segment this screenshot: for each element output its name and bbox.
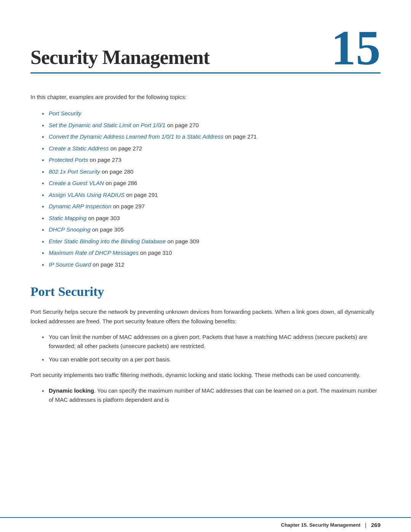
page-ref: on page 309 [166, 238, 199, 244]
section-heading-port-security: Port Security [30, 284, 381, 299]
list-item: IP Source Guard on page 312 [42, 260, 381, 270]
content-area: In this chapter, examples are provided f… [0, 73, 411, 405]
list-item: Assign VLANs Using RADIUS on page 291 [42, 190, 381, 200]
port-security-benefits-list: You can limit the number of MAC addresse… [42, 332, 381, 364]
chapter-title: Security Management [30, 46, 210, 69]
port-security-methods-intro: Port security implements two traffic fil… [30, 371, 381, 380]
page-ref: on page 271 [223, 133, 257, 140]
list-item: Maximum Rate of DHCP Messages on page 31… [42, 248, 381, 258]
toc-link-port-security[interactable]: Port Security [49, 110, 81, 117]
port-security-methods-list: Dynamic locking. You can specify the max… [42, 386, 381, 405]
page-ref: on page 305 [91, 226, 124, 233]
page-ref: on page 291 [124, 192, 158, 198]
page-ref: on page 310 [139, 249, 172, 256]
toc-link-protected-ports[interactable]: Protected Ports [49, 157, 88, 163]
list-item: Convert the Dynamic Address Learned from… [42, 132, 381, 142]
toc-link-static-mapping[interactable]: Static Mapping [49, 215, 86, 221]
intro-text: In this chapter, examples are provided f… [30, 93, 381, 102]
toc-link-static-binding[interactable]: Enter Static Binding into the Binding Da… [49, 238, 166, 244]
page-ref: on page 312 [91, 261, 124, 268]
list-item: Static Mapping on page 303 [42, 213, 381, 223]
list-item: Create a Guest VLAN on page 286 [42, 178, 381, 188]
list-item: 802.1x Port Security on page 280 [42, 167, 381, 177]
page-footer: Chapter 15. Security Management | 269 [0, 517, 411, 532]
page-ref: on page 280 [100, 168, 134, 175]
toc-link-convert-dynamic[interactable]: Convert the Dynamic Address Learned from… [49, 133, 223, 140]
toc-link-dhcp-snooping[interactable]: DHCP Snooping [49, 226, 91, 233]
page-ref: on page 303 [86, 215, 120, 221]
list-item: Dynamic locking. You can specify the max… [42, 386, 381, 405]
list-item: You can limit the number of MAC addresse… [42, 332, 381, 351]
toc-link-assign-vlans[interactable]: Assign VLANs Using RADIUS [49, 192, 124, 198]
list-item: Protected Ports on page 273 [42, 155, 381, 165]
page-ref: on page 297 [112, 203, 145, 209]
page-ref: on page 272 [109, 145, 142, 152]
footer-separator: | [365, 522, 366, 528]
list-item: You can enable port security on a per po… [42, 355, 381, 364]
port-security-intro: Port Security helps secure the network b… [30, 307, 381, 326]
footer-page-number: 269 [371, 522, 381, 528]
dynamic-locking-term: Dynamic locking [49, 387, 94, 394]
toc-link-dynamic-arp[interactable]: Dynamic ARP Inspection [49, 203, 112, 209]
toc-link-dynamic-static[interactable]: Set the Dynamic and Static Limit on Port… [49, 122, 166, 128]
list-item: DHCP Snooping on page 305 [42, 225, 381, 235]
page-ref: on page 286 [104, 180, 137, 186]
list-item: Dynamic ARP Inspection on page 297 [42, 201, 381, 211]
chapter-number: 15 [331, 23, 381, 72]
page-ref: on page 273 [88, 157, 121, 163]
list-item: Enter Static Binding into the Binding Da… [42, 236, 381, 246]
toc-link-create-static[interactable]: Create a Static Address [49, 145, 109, 152]
dynamic-locking-text: . You can specify the maximum number of … [49, 387, 377, 403]
toc-link-guest-vlan[interactable]: Create a Guest VLAN [49, 180, 104, 186]
toc-list: Port Security Set the Dynamic and Static… [42, 109, 381, 269]
list-item: Port Security [42, 109, 381, 118]
page-ref: on page 270 [166, 122, 199, 128]
list-item: Create a Static Address on page 272 [42, 144, 381, 153]
chapter-header: Security Management 15 [0, 0, 411, 73]
chapter-title-row: Security Management 15 [30, 23, 381, 73]
toc-link-max-rate-dhcp[interactable]: Maximum Rate of DHCP Messages [49, 249, 139, 256]
footer-chapter-ref: Chapter 15. Security Management [281, 522, 360, 528]
footer-chapter-strong: Chapter 15. Security Management [281, 522, 360, 528]
page-container: Security Management 15 In this chapter, … [0, 0, 411, 532]
list-item: Set the Dynamic and Static Limit on Port… [42, 120, 381, 130]
toc-link-8021x[interactable]: 802.1x Port Security [49, 168, 100, 175]
toc-link-ip-source-guard[interactable]: IP Source Guard [49, 261, 91, 268]
